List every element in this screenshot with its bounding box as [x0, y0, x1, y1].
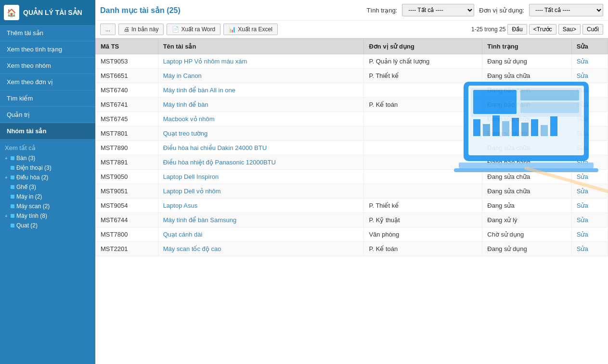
- tree-item-may-in[interactable]: Máy in (2): [4, 192, 91, 201]
- cell-ten: Máy scan tốc độ cao: [158, 242, 364, 256]
- cell-tinhtrang: Đang sửa: [482, 199, 571, 213]
- edit-link[interactable]: Sửa: [577, 231, 588, 238]
- sidebar-item-xem-nhom[interactable]: Xem theo nhóm: [0, 58, 95, 74]
- sidebar-tree-section: Xem tất cả + Bàn (3) Điện thoại (3) + Đi…: [0, 139, 95, 230]
- export-excel-button[interactable]: 📊 Xuất ra Excel: [223, 24, 278, 35]
- tree-item-ghe[interactable]: Ghế (3): [4, 182, 91, 192]
- edit-link[interactable]: Sửa: [577, 173, 588, 180]
- cell-ma: MST9051: [96, 184, 158, 199]
- asset-link[interactable]: Macbook vỏ nhôm: [163, 115, 215, 123]
- cell-tinhtrang: Chờ sử dụng: [482, 227, 571, 242]
- edit-link[interactable]: Sửa: [577, 72, 588, 79]
- asset-link[interactable]: Điều hòa nhiệt độ Panasonic 12000BTU: [163, 159, 276, 166]
- edit-link[interactable]: Sửa: [577, 216, 588, 224]
- first-page-button[interactable]: Đầu: [507, 24, 527, 35]
- cell-ten: Quạt cánh dài: [158, 227, 364, 242]
- edit-link[interactable]: Sửa: [577, 144, 588, 151]
- cell-sua: Sửa: [571, 155, 608, 170]
- asset-link[interactable]: Laptop HP Vỏ nhôm màu xám: [163, 58, 247, 65]
- edit-link[interactable]: Sửa: [577, 115, 588, 123]
- sidebar-item-nhom-tai-san[interactable]: Nhóm tài sản: [0, 123, 95, 139]
- cell-donvi: P. Thiết kế: [364, 69, 482, 83]
- cell-donvi: P. Thiết kế: [364, 199, 482, 213]
- asset-link[interactable]: Quạt cánh dài: [163, 231, 203, 238]
- cell-tinhtrang: Đang sửa chữa: [482, 112, 571, 126]
- asset-link[interactable]: Laptop Dell vỏ nhôm: [163, 188, 221, 195]
- sidebar-item-tim-kiem[interactable]: Tìm kiếm: [0, 90, 95, 107]
- sidebar-item-xem-don-vi[interactable]: Xem theo đơn vị: [0, 74, 95, 90]
- tree-item-may-scan[interactable]: Máy scan (2): [4, 201, 91, 211]
- cell-tinhtrang: Đang sửa chữa: [482, 69, 571, 83]
- cell-donvi: [364, 83, 482, 98]
- edit-link[interactable]: Sửa: [577, 87, 588, 94]
- asset-link[interactable]: Máy scan tốc độ cao: [163, 245, 221, 252]
- toolbar: ... 🖨 In bản này 📄 Xuất ra Word 📊 Xuất r…: [95, 21, 608, 38]
- sidebar-item-xem-tinh-trang[interactable]: Xem theo tình trạng: [0, 41, 95, 58]
- cell-tinhtrang: Đang bảo hành: [482, 98, 571, 112]
- table-row: MST6740 Máy tính để bàn All in one Đang …: [96, 83, 608, 98]
- edit-link[interactable]: Sửa: [577, 188, 588, 195]
- next-page-button[interactable]: Sau>: [558, 24, 581, 35]
- cell-ma: MST9050: [96, 170, 158, 184]
- last-page-button[interactable]: Cuối: [582, 24, 603, 35]
- cell-ten: Điều hòa nhiệt độ Panasonic 12000BTU: [158, 155, 364, 170]
- cell-tinhtrang: Đang sử dụng: [482, 54, 571, 69]
- pagination-info: 1-25 trong 25 Đầu <Trước Sau> Cuối: [471, 24, 603, 35]
- tree-item-dieu-hoa[interactable]: + Điều hòa (2): [4, 173, 91, 182]
- more-button[interactable]: ...: [100, 24, 116, 35]
- tree-dot: [11, 214, 14, 218]
- expand-icon-ban[interactable]: +: [5, 156, 11, 161]
- excel-icon: 📊: [229, 26, 236, 33]
- cell-sua: Sửa: [571, 141, 608, 155]
- sidebar-title: QUẢN LÝ TÀI SẢN: [23, 9, 82, 16]
- print-button[interactable]: 🖨 In bản này: [118, 24, 164, 35]
- export-word-button[interactable]: 📄 Xuất ra Word: [167, 24, 220, 35]
- edit-link[interactable]: Sửa: [577, 159, 588, 166]
- asset-link[interactable]: Máy tính để bàn: [163, 101, 208, 108]
- table-row: MST6744 Máy tính để bàn Samsung P. Kỹ th…: [96, 213, 608, 227]
- asset-link[interactable]: Quạt treo tường: [163, 130, 208, 137]
- asset-link[interactable]: Laptop Dell Inspiron: [163, 173, 219, 180]
- tree-item-dien-thoai[interactable]: Điện thoại (3): [4, 163, 91, 173]
- main-content: Danh mục tài sản (25) Tình trạng: ---- T…: [95, 0, 608, 364]
- cell-sua: Sửa: [571, 112, 608, 126]
- cell-donvi: [364, 126, 482, 141]
- cell-tinhtrang: Đang xử lý: [482, 213, 571, 227]
- tinh-trang-label: Tình trạng:: [367, 7, 398, 14]
- edit-link[interactable]: Sửa: [577, 245, 588, 252]
- edit-link[interactable]: Sửa: [577, 58, 588, 65]
- cell-donvi: [364, 112, 482, 126]
- asset-link[interactable]: Máy tính để bàn All in one: [163, 87, 235, 94]
- cell-donvi: Văn phòng: [364, 227, 482, 242]
- asset-link[interactable]: Laptop Asus: [163, 202, 198, 209]
- asset-link[interactable]: Máy tính để bàn Samsung: [163, 216, 237, 224]
- tinh-trang-select[interactable]: ---- Tất cả ---- Đang sử dụng Đang sửa c…: [402, 4, 474, 16]
- cell-ma: MST6741: [96, 98, 158, 112]
- sidebar-item-quan-tri[interactable]: Quản trị: [0, 107, 95, 123]
- cell-ten: Quạt treo tường: [158, 126, 364, 141]
- cell-ma: MST7890: [96, 141, 158, 155]
- printer-icon: 🖨: [124, 26, 129, 33]
- tree-dot: [11, 166, 14, 170]
- don-vi-select[interactable]: ---- Tất cả ---- P. Quản lý chất lượng P…: [529, 4, 603, 16]
- tree-item-ban[interactable]: + Bàn (3): [4, 153, 91, 163]
- edit-link[interactable]: Sửa: [577, 202, 588, 209]
- cell-ten: Máy tính để bàn All in one: [158, 83, 364, 98]
- tree-item-quat[interactable]: Quat (2): [4, 221, 91, 230]
- tree-dot: [11, 195, 14, 199]
- cell-donvi: P. Kế toán: [364, 98, 482, 112]
- asset-link[interactable]: Điều hòa hai chiều Dakin 24000 BTU: [163, 144, 267, 151]
- asset-link[interactable]: Máy in Canon: [163, 72, 202, 79]
- sidebar-item-them-tai-san[interactable]: Thêm tài sản: [0, 25, 95, 41]
- edit-link[interactable]: Sửa: [577, 101, 588, 108]
- expand-icon-maytinh[interactable]: +: [5, 213, 11, 219]
- edit-link[interactable]: Sửa: [577, 130, 588, 137]
- tree-item-may-tinh[interactable]: + Máy tính (8): [4, 211, 91, 221]
- cell-tinhtrang: Đang bảo hành: [482, 83, 571, 98]
- header-filters: Tình trạng: ---- Tất cả ---- Đang sử dụn…: [367, 4, 603, 16]
- col-header-donvi: Đơn vị sử dụng: [364, 39, 482, 54]
- expand-icon-dieuhoa[interactable]: +: [5, 175, 11, 180]
- view-all-link[interactable]: Xem tất cả: [4, 142, 91, 153]
- table-row: MST9051 Laptop Dell vỏ nhôm Đang sửa chữ…: [96, 184, 608, 199]
- prev-page-button[interactable]: <Trước: [529, 24, 556, 35]
